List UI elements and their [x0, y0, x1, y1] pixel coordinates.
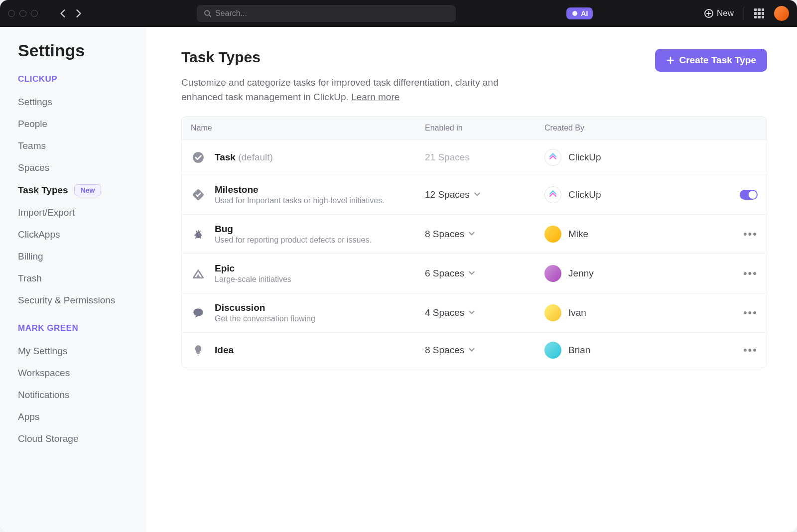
- creator-name: ClickUp: [568, 189, 601, 200]
- chat-icon: [191, 305, 206, 320]
- creator-cell: ClickUp: [544, 186, 664, 203]
- plus-circle-icon: [704, 8, 714, 18]
- window-controls: [8, 10, 38, 17]
- sidebar-item-trash[interactable]: Trash: [18, 267, 129, 289]
- ai-button[interactable]: AI: [566, 7, 593, 19]
- enabled-in-dropdown[interactable]: 8 Spaces: [425, 229, 544, 240]
- sidebar-item-people[interactable]: People: [18, 113, 129, 135]
- sidebar-item-spaces[interactable]: Spaces: [18, 157, 129, 179]
- creator-name: Jenny: [568, 268, 594, 279]
- table-header: Name Enabled in Created By: [182, 117, 767, 139]
- creator-name: ClickUp: [568, 152, 601, 163]
- search-input[interactable]: [215, 9, 449, 18]
- ai-label: AI: [581, 9, 588, 17]
- search-bar[interactable]: [197, 5, 456, 22]
- table-row: DiscussionGet the conversation flowing4 …: [182, 293, 767, 332]
- new-button[interactable]: New: [704, 8, 734, 18]
- apps-grid-button[interactable]: [754, 8, 764, 18]
- nav-forward-button[interactable]: [72, 6, 86, 20]
- sidebar-item-label: People: [18, 119, 47, 130]
- minimize-window-icon[interactable]: [19, 10, 26, 17]
- enabled-in-dropdown[interactable]: 12 Spaces: [425, 189, 544, 200]
- more-options-button[interactable]: •••: [743, 306, 758, 319]
- creator-cell: Mike: [544, 226, 664, 243]
- enabled-in-dropdown[interactable]: 6 Spaces: [425, 268, 544, 279]
- sidebar-item-label: Notifications: [18, 390, 70, 400]
- enabled-in-dropdown[interactable]: 4 Spaces: [425, 307, 544, 318]
- sidebar-item-import-export[interactable]: Import/Export: [18, 202, 129, 224]
- clickup-logo-icon: [544, 149, 561, 166]
- sidebar-item-cloud-storage[interactable]: Cloud Storage: [18, 428, 129, 450]
- sidebar-item-label: ClickApps: [18, 229, 60, 240]
- sidebar-item-settings[interactable]: Settings: [18, 91, 129, 113]
- column-header-created: Created By: [544, 124, 664, 133]
- sidebar-item-my-settings[interactable]: My Settings: [18, 340, 129, 362]
- column-header-enabled: Enabled in: [425, 124, 544, 133]
- chevron-down-icon: [468, 307, 475, 318]
- sidebar: Settings CLICKUP SettingsPeopleTeamsSpac…: [0, 27, 146, 532]
- sidebar-item-label: Billing: [18, 251, 43, 262]
- type-name: Bug: [215, 224, 372, 235]
- milestone-icon: [191, 187, 206, 202]
- sidebar-item-label: Apps: [18, 411, 39, 422]
- more-options-button[interactable]: •••: [743, 228, 758, 241]
- divider: [744, 7, 744, 20]
- creator-avatar: [544, 226, 561, 243]
- create-task-type-button[interactable]: Create Task Type: [655, 49, 767, 72]
- chevron-down-icon: [468, 268, 475, 279]
- sidebar-item-label: Workspaces: [18, 368, 70, 379]
- enabled-in-dropdown[interactable]: 8 Spaces: [425, 345, 544, 356]
- sidebar-item-clickapps[interactable]: ClickApps: [18, 224, 129, 246]
- bug-icon: [191, 227, 206, 242]
- enabled-in-value: 21 Spaces: [425, 152, 470, 163]
- chevron-down-icon: [468, 229, 475, 240]
- sidebar-item-label: Spaces: [18, 162, 49, 173]
- sidebar-item-teams[interactable]: Teams: [18, 135, 129, 157]
- sidebar-item-apps[interactable]: Apps: [18, 406, 129, 428]
- sidebar-item-workspaces[interactable]: Workspaces: [18, 362, 129, 384]
- table-row: BugUsed for reporting product defects or…: [182, 214, 767, 254]
- close-window-icon[interactable]: [8, 10, 15, 17]
- creator-cell: ClickUp: [544, 149, 664, 166]
- type-name: Discussion: [215, 302, 315, 313]
- enabled-in-value: 8 Spaces: [425, 229, 464, 240]
- type-description: Get the conversation flowing: [215, 314, 315, 323]
- sidebar-item-label: My Settings: [18, 346, 67, 357]
- type-name: Task (default): [215, 152, 273, 163]
- sidebar-item-task-types[interactable]: Task TypesNew: [18, 179, 129, 202]
- ai-sparkle-icon: [571, 10, 578, 17]
- lightbulb-icon: [191, 343, 206, 358]
- enabled-in-dropdown: 21 Spaces: [425, 152, 544, 163]
- sidebar-section-user: MARK GREEN: [18, 323, 129, 333]
- task-types-table: Name Enabled in Created By Task (default…: [181, 116, 767, 368]
- clickup-logo-icon: [544, 186, 561, 203]
- maximize-window-icon[interactable]: [31, 10, 38, 17]
- user-avatar[interactable]: [774, 6, 789, 21]
- creator-avatar: [544, 304, 561, 321]
- svg-point-6: [193, 308, 203, 316]
- svg-point-1: [572, 11, 577, 16]
- nav-back-button[interactable]: [56, 6, 70, 20]
- creator-name: Ivan: [568, 307, 586, 318]
- svg-rect-8: [197, 355, 199, 356]
- sidebar-item-label: Trash: [18, 273, 42, 284]
- svg-rect-7: [197, 353, 200, 354]
- creator-name: Mike: [568, 229, 588, 240]
- more-options-button[interactable]: •••: [743, 344, 758, 357]
- mountain-icon: [191, 266, 206, 281]
- type-name: Idea: [215, 345, 234, 356]
- enable-toggle[interactable]: [740, 190, 758, 200]
- enabled-in-value: 4 Spaces: [425, 307, 464, 318]
- learn-more-link[interactable]: Learn more: [351, 92, 399, 102]
- more-options-button[interactable]: •••: [743, 267, 758, 280]
- sidebar-item-notifications[interactable]: Notifications: [18, 384, 129, 406]
- creator-avatar: [544, 342, 561, 359]
- sidebar-title: Settings: [18, 41, 129, 60]
- sidebar-item-billing[interactable]: Billing: [18, 246, 129, 267]
- chevron-down-icon: [474, 189, 481, 200]
- plus-icon: [666, 56, 675, 65]
- enabled-in-value: 8 Spaces: [425, 345, 464, 356]
- creator-cell: Brian: [544, 342, 664, 359]
- page-title: Task Types: [181, 49, 261, 66]
- sidebar-item-security-permissions[interactable]: Security & Permissions: [18, 289, 129, 311]
